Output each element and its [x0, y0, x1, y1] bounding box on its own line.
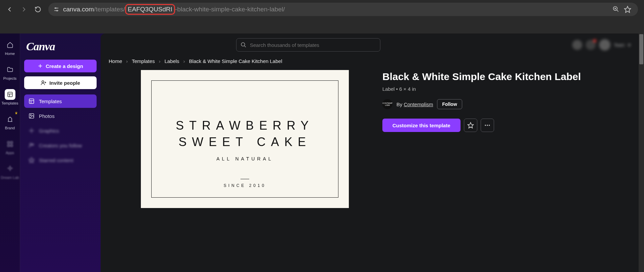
svg-point-3	[57, 10, 58, 11]
apps-icon	[5, 139, 15, 149]
user-avatar[interactable]	[599, 39, 610, 51]
sparkle-icon	[5, 163, 15, 174]
sidebar-graphics[interactable]: Graphics	[24, 124, 97, 137]
browser-chrome: canva.com/templates/EAFQ3QUSdRI-black-wh…	[0, 0, 644, 33]
template-preview[interactable]: STRAWBERRY SWEET CAKE ALL NATURAL SINCE …	[141, 70, 349, 208]
author-by-label: By Contemplism	[396, 101, 433, 107]
svg-point-27	[30, 143, 32, 145]
search-icon	[240, 42, 247, 48]
sidebar-starred-content[interactable]: Starred content	[24, 153, 97, 167]
svg-point-2	[55, 8, 56, 9]
invite-icon	[41, 80, 47, 86]
breadcrumb-labels[interactable]: Labels	[164, 58, 179, 64]
sidebar-creators-you-follow[interactable]: Creators you follow	[24, 139, 97, 152]
address-bar[interactable]: canva.com/templates/EAFQ3QUSdRI-black-wh…	[48, 3, 638, 16]
svg-rect-9	[8, 92, 12, 97]
label-title: STRAWBERRY SWEET CAKE	[176, 118, 314, 150]
template-title: Black & White Simple Cake Kitchen Label	[382, 71, 631, 83]
notifications-icon[interactable]	[586, 40, 596, 50]
rail-home[interactable]: Home	[0, 38, 20, 57]
svg-point-26	[31, 130, 33, 132]
content-area: STRAWBERRY SWEET CAKE ALL NATURAL SINCE …	[101, 70, 639, 208]
star-icon	[28, 157, 35, 163]
app-root: Home Projects Templates ♛ Brand Apps	[0, 33, 644, 272]
template-search[interactable]	[236, 38, 380, 52]
author-row: CONTEMPLISM By Contemplism Follow	[382, 99, 631, 109]
breadcrumb: Home › Templates › Labels › Black & Whit…	[101, 56, 639, 70]
svg-rect-12	[7, 142, 9, 144]
label-card: STRAWBERRY SWEET CAKE ALL NATURAL SINCE …	[151, 80, 338, 198]
template-meta: Label • 6 × 4 in	[382, 86, 631, 92]
folder-icon	[5, 64, 15, 75]
svg-line-5	[617, 10, 619, 12]
breadcrumb-home[interactable]: Home	[109, 58, 122, 64]
topbar-user-area[interactable]: Team ▾	[572, 39, 631, 51]
svg-point-34	[487, 125, 488, 126]
svg-line-31	[245, 46, 246, 47]
more-options-button[interactable]	[481, 119, 494, 132]
canva-logo[interactable]: Canva	[24, 39, 97, 56]
rail-apps[interactable]: Apps	[0, 137, 20, 156]
invite-people-button[interactable]: Invite people	[24, 76, 97, 89]
svg-rect-21	[29, 99, 34, 104]
people-icon	[28, 142, 35, 149]
star-template-button[interactable]	[464, 119, 477, 132]
chevron-right-icon: ›	[126, 58, 128, 64]
svg-marker-32	[468, 123, 473, 128]
scrollbar-thumb[interactable]	[639, 34, 643, 64]
rail-dreamlab[interactable]: Dream Lab	[0, 162, 20, 181]
label-since: SINCE 2010	[224, 183, 266, 188]
bookmark-star-icon[interactable]	[624, 6, 631, 13]
browser-toolbar: canva.com/templates/EAFQ3QUSdRI-black-wh…	[0, 0, 644, 19]
breadcrumb-current: Black & White Simple Cake Kitchen Label	[189, 58, 282, 64]
topbar: Team ▾	[101, 33, 639, 56]
user-name-label: Team	[614, 43, 625, 48]
svg-point-25	[30, 115, 31, 116]
home-icon	[5, 40, 15, 50]
photos-icon	[28, 113, 35, 119]
more-icon	[484, 122, 491, 129]
svg-rect-14	[7, 145, 9, 147]
brand-icon	[5, 114, 15, 125]
author-avatar[interactable]: CONTEMPLISM	[382, 99, 392, 109]
main-panel: Team ▾ Home › Templates › Labels › Black…	[101, 33, 639, 272]
site-settings-icon[interactable]	[53, 6, 60, 13]
zoom-icon[interactable]	[612, 6, 619, 13]
icon-rail: Home Projects Templates ♛ Brand Apps	[0, 33, 20, 272]
rail-templates[interactable]: Templates	[0, 88, 20, 107]
rail-brand[interactable]: ♛ Brand	[0, 113, 20, 131]
plus-icon	[38, 63, 43, 69]
label-subtitle: ALL NATURAL	[216, 156, 273, 161]
templates-icon	[5, 89, 15, 100]
follow-button[interactable]: Follow	[437, 99, 462, 109]
scrollbar[interactable]	[639, 33, 644, 272]
search-input[interactable]	[250, 42, 376, 48]
svg-point-28	[32, 144, 34, 146]
chevron-right-icon: ›	[183, 58, 185, 64]
svg-marker-8	[625, 6, 631, 12]
action-row: Customize this template	[382, 119, 631, 132]
breadcrumb-templates[interactable]: Templates	[132, 58, 155, 64]
label-divider	[240, 179, 249, 179]
forward-button[interactable]	[18, 4, 30, 15]
url-text: canva.com/templates/EAFQ3QUSdRI-black-wh…	[63, 4, 609, 15]
author-link[interactable]: Contemplism	[404, 101, 433, 107]
customize-template-button[interactable]: Customize this template	[382, 119, 461, 132]
sidebar-photos[interactable]: Photos	[24, 109, 97, 123]
sidebar-templates[interactable]: Templates	[24, 94, 97, 108]
svg-rect-13	[10, 142, 12, 144]
reload-button[interactable]	[32, 4, 44, 15]
rail-projects[interactable]: Projects	[0, 63, 20, 82]
url-template-id-highlight: EAFQ3QUSdRI	[125, 4, 175, 15]
create-design-button[interactable]: Create a design	[24, 60, 97, 72]
template-info-panel: Black & White Simple Cake Kitchen Label …	[382, 70, 631, 208]
team-avatar[interactable]	[572, 40, 582, 50]
sidebar: Canva Create a design Invite people Temp…	[20, 33, 101, 272]
svg-point-33	[485, 125, 486, 126]
svg-point-35	[489, 125, 490, 126]
star-icon	[467, 122, 474, 129]
chevron-down-icon[interactable]: ▾	[628, 42, 631, 48]
chevron-right-icon: ›	[159, 58, 160, 64]
back-button[interactable]	[4, 4, 15, 15]
templates-icon	[28, 98, 35, 105]
